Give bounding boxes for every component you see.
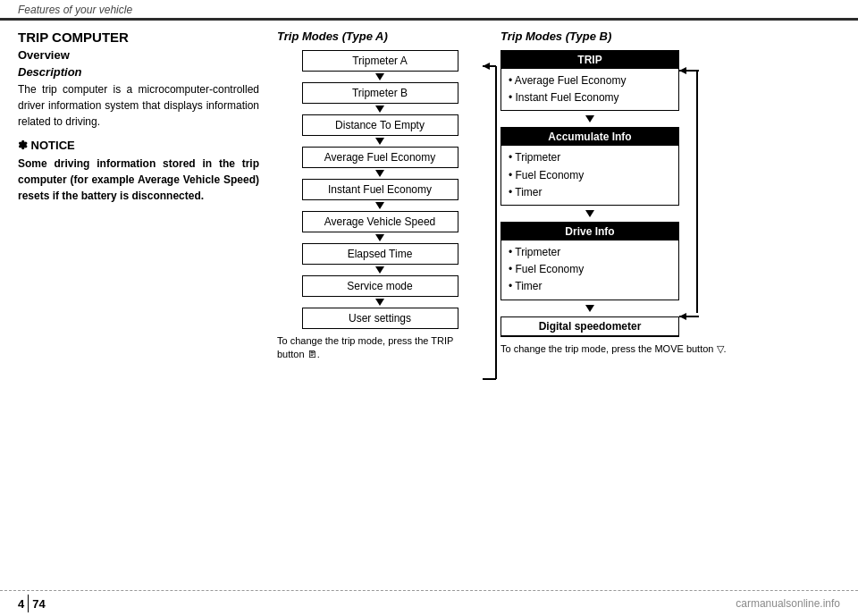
flow-chart-a: Tripmeter A Tripmeter B Distance To Empt… [277,50,483,329]
type-b-header-accumulate: Accumulate Info [501,128,678,146]
type-b-arrow-2 [500,208,679,219]
type-b-box-digital: Digital speedometer [500,316,679,337]
page-number-left: 4 [18,597,24,611]
subsection-title: Overview [18,48,259,62]
notice-title: ✽ NOTICE [18,139,259,152]
type-a-flowchart: Tripmeter A Tripmeter B Distance To Empt… [277,50,483,329]
page-numbers: 4 74 [18,595,46,612]
flow-box-instant-fuel: Instant Fuel Economy [302,179,458,200]
footer: 4 74 carmanualsonline.info [0,590,858,616]
type-b-box-accumulate: Accumulate Info • Tripmeter • Fuel Econo… [500,127,679,206]
middle-section: Trip Modes (Type A) Tripmeter A [268,30,492,362]
middle-caption: To change the trip mode, press the TRIP … [277,334,483,362]
page-number-right: 74 [32,597,45,611]
type-b-header-trip: TRIP [501,51,678,69]
left-section: TRIP COMPUTER Overview Description The t… [18,30,268,362]
arrow-6 [375,234,384,241]
svg-marker-7 [679,313,686,320]
right-caption: To change the trip mode, press the MOVE … [500,342,742,356]
flow-box-tripmeter-b: Tripmeter B [302,82,458,104]
flow-box-avg-speed: Average Vehicle Speed [302,211,458,232]
arrow-7 [375,266,384,274]
page-divider [28,595,29,612]
flow-box-distance-to-empty: Distance To Empty [302,114,458,136]
right-arrow-trip [679,57,699,84]
type-b-content-drive: • Tripmeter • Fuel Economy • Timer [501,240,678,300]
type-b-content-accumulate: • Tripmeter • Fuel Economy • Timer [501,146,678,205]
arrow-5 [375,202,384,209]
svg-marker-2 [483,63,490,70]
header-bar: Features of your vehicle [0,0,858,21]
type-b-arrow-1 [500,114,679,124]
description-label: Description [18,65,259,79]
flow-box-avg-fuel: Average Fuel Economy [302,147,458,168]
type-b-header-drive: Drive Info [501,223,678,240]
right-section: Trip Modes (Type B) TRIP • Average Fuel … [492,30,742,362]
flow-box-service: Service mode [302,275,458,297]
watermark: carmanualsonline.info [736,597,840,610]
trip-icon: 🖹 [307,349,317,359]
notice-text: Some driving information stored in the t… [18,156,259,204]
header-title: Features of your vehicle [18,4,132,16]
main-content: TRIP COMPUTER Overview Description The t… [0,21,858,371]
arrow-8 [375,299,384,306]
flow-box-elapsed: Elapsed Time [302,243,458,265]
right-arrow-digital [679,303,699,330]
flow-box-tripmeter-a: Tripmeter A [302,50,458,72]
type-b-content-trip: • Average Fuel Economy • Instant Fuel Ec… [501,69,678,110]
arrow-2 [375,105,384,113]
type-b-box-drive: Drive Info • Tripmeter • Fuel Economy • … [500,222,679,300]
type-b-header-digital: Digital speedometer [501,317,678,336]
type-b-box-trip: TRIP • Average Fuel Economy • Instant Fu… [500,50,679,111]
middle-title: Trip Modes (Type A) [277,30,483,43]
arrow-4 [375,170,384,177]
arrow-1 [375,73,384,80]
type-b-arrow-3 [500,303,679,314]
notice-section: ✽ NOTICE Some driving information stored… [18,139,259,204]
type-b-flowchart: TRIP • Average Fuel Economy • Instant Fu… [500,50,679,337]
right-title: Trip Modes (Type B) [500,30,742,43]
arrow-3 [375,138,384,145]
flow-box-user: User settings [302,308,458,329]
svg-marker-5 [679,67,686,74]
move-icon: ▽ [717,343,724,354]
section-title: TRIP COMPUTER [18,30,259,45]
type-b-wrap-arrow [679,57,699,321]
description-text: The trip computer is a microcomputer-con… [18,81,259,130]
